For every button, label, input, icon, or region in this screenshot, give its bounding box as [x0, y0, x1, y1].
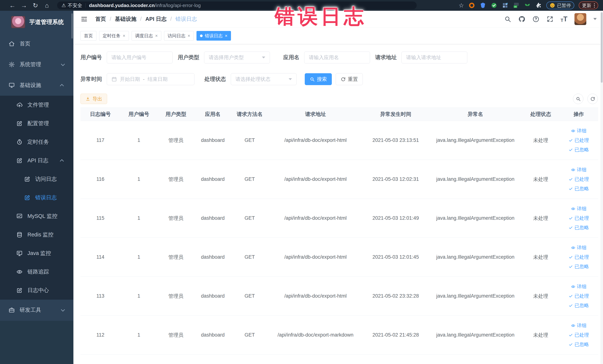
request-url-input[interactable]: 请输入请求地址: [402, 52, 467, 63]
mark-processed-link[interactable]: 已处理: [568, 293, 589, 299]
close-icon[interactable]: ×: [155, 33, 158, 38]
user-avatar[interactable]: [574, 13, 586, 25]
extension-orange-ring-icon[interactable]: [468, 2, 475, 9]
sidebar-item-file-manage[interactable]: 文件管理: [0, 96, 73, 114]
extension-grid-icon[interactable]: [502, 2, 509, 9]
mark-ignored-link[interactable]: 已忽略: [568, 302, 589, 309]
extension-green-check-icon[interactable]: [491, 2, 497, 9]
mark-processed-link[interactable]: 已处理: [568, 137, 589, 143]
process-status-select[interactable]: 请选择处理状态: [231, 73, 297, 85]
sidebar-item-mysql-monitor[interactable]: MySQL 监控: [0, 207, 73, 225]
cell-log-id: 115: [81, 215, 120, 221]
cell-app-name: dashboard: [195, 332, 231, 338]
detail-link[interactable]: 详细: [571, 205, 587, 212]
extension-sprout-icon[interactable]: [524, 2, 531, 9]
reset-button[interactable]: 重置: [336, 73, 363, 85]
fullscreen-icon[interactable]: [546, 16, 554, 23]
cell-method: GET: [231, 254, 268, 260]
browser-update-button[interactable]: 更新: [579, 1, 598, 9]
home-icon[interactable]: ⌂: [41, 2, 53, 9]
close-icon[interactable]: ×: [225, 33, 227, 38]
mark-ignored-link[interactable]: 已忽略: [568, 186, 589, 192]
sidebar-item-infra[interactable]: 基础设施: [0, 75, 73, 96]
sidebar-item-config-manage[interactable]: 配置管理: [0, 114, 73, 133]
refresh-table-button[interactable]: [587, 94, 598, 104]
detail-link[interactable]: 详细: [571, 322, 587, 329]
user-id-input[interactable]: 请输入用户编号: [107, 52, 173, 63]
mark-ignored-link[interactable]: 已忽略: [568, 224, 589, 231]
sidebar-item-redis-monitor[interactable]: Redis 监控: [0, 225, 73, 244]
user-type-select[interactable]: 请选择用户类型: [204, 52, 270, 63]
tab-error-log[interactable]: 错误日志×: [197, 31, 231, 41]
mark-processed-link[interactable]: 已处理: [568, 176, 589, 182]
cell-actions: 详细 已处理 已忽略: [559, 322, 598, 348]
sidebar-item-dev-tools[interactable]: 研发工具: [0, 300, 73, 320]
search-icon[interactable]: [504, 16, 511, 23]
cell-method: GET: [231, 176, 268, 182]
col-request-url: 请求地址: [268, 111, 363, 118]
sidebar-item-java-monitor[interactable]: Java 监控: [0, 244, 73, 263]
detail-link[interactable]: 详细: [571, 166, 587, 173]
sidebar-item-label: MySQL 监控: [27, 212, 58, 220]
app-logo-image: [11, 16, 25, 28]
extension-on-badge-icon[interactable]: on: [513, 2, 520, 9]
mark-ignored-link[interactable]: 已忽略: [568, 146, 589, 153]
profile-chip[interactable]: 已暂停: [546, 1, 574, 9]
breadcrumb-home[interactable]: 首页: [95, 15, 106, 23]
mark-ignored-link[interactable]: 已忽略: [568, 341, 589, 348]
sidebar-item-error-log[interactable]: 错误日志: [0, 188, 73, 207]
extension-blue-shield-icon[interactable]: [480, 2, 486, 9]
mark-processed-link[interactable]: 已处理: [568, 254, 589, 260]
tab-scheduled-task[interactable]: 定时任务×: [99, 31, 129, 41]
breadcrumb-infra[interactable]: 基础设施: [115, 15, 136, 23]
app-logo-row[interactable]: 芋道管理系统: [0, 11, 73, 33]
exception-time-range-picker[interactable]: 开始日期 - 结束日期: [107, 73, 195, 85]
error-log-table: 日志编号 用户编号 用户类型 应用名 请求方法名 请求地址 异常发生时间 异常名…: [81, 107, 598, 354]
tab-schedule-log[interactable]: 调度日志×: [132, 31, 161, 41]
sidebar-item-access-log[interactable]: 访问日志: [0, 170, 73, 188]
sidebar-item-api-log[interactable]: API 日志: [0, 151, 73, 170]
export-button[interactable]: 导出: [81, 94, 107, 104]
back-icon[interactable]: ←: [7, 2, 18, 9]
col-process-status: 处理状态: [522, 111, 559, 118]
mark-processed-link[interactable]: 已处理: [568, 215, 589, 221]
app-name-input[interactable]: 请输入应用名: [304, 52, 370, 63]
breadcrumb-separator: /: [170, 16, 172, 22]
page-scrollbar[interactable]: [600, 11, 603, 364]
extensions-puzzle-icon[interactable]: [535, 2, 542, 9]
mark-processed-link[interactable]: 已处理: [568, 332, 589, 338]
font-size-icon[interactable]: TT: [561, 15, 568, 23]
forward-icon[interactable]: →: [18, 2, 30, 9]
detail-link[interactable]: 详细: [571, 244, 587, 251]
security-label[interactable]: 不安全: [68, 2, 82, 9]
reload-icon[interactable]: ↻: [30, 2, 41, 9]
check-icon: [568, 264, 573, 269]
sidebar-item-tracing[interactable]: 链路追踪: [0, 263, 73, 281]
detail-link[interactable]: 详细: [571, 128, 587, 134]
tab-access-log[interactable]: 访问日志×: [164, 31, 194, 41]
breadcrumb-api-log[interactable]: API 日志: [145, 15, 166, 23]
kebab-menu-icon[interactable]: [594, 3, 595, 8]
mark-ignored-link[interactable]: 已忽略: [568, 263, 589, 270]
check-icon: [568, 294, 573, 298]
sidebar-item-log-center[interactable]: 日志中心: [0, 281, 73, 300]
table-row: 116 1 管理员 dashboard GET /api/infra/db-do…: [81, 160, 598, 199]
tab-home[interactable]: 首页: [81, 31, 96, 41]
sidebar-item-system[interactable]: 系统管理: [0, 54, 73, 75]
avatar-caret-icon[interactable]: [593, 18, 597, 20]
cell-user-id: 1: [120, 254, 157, 260]
sidebar-item-scheduled-task[interactable]: 定时任务: [0, 133, 73, 151]
bookmark-star-icon[interactable]: ☆: [459, 2, 464, 9]
detail-link[interactable]: 详细: [571, 283, 587, 290]
scrollbar-thumb[interactable]: [601, 12, 603, 83]
hamburger-icon[interactable]: [81, 15, 88, 23]
sidebar-item-home[interactable]: 首页: [0, 33, 73, 54]
help-icon[interactable]: [532, 16, 539, 23]
close-icon[interactable]: ×: [123, 33, 125, 38]
github-icon[interactable]: [518, 16, 525, 23]
sidebar-scrollbar[interactable]: [71, 13, 73, 39]
search-button[interactable]: 搜索: [305, 73, 332, 85]
check-icon: [568, 138, 573, 143]
toggle-search-button[interactable]: [573, 94, 583, 104]
close-icon[interactable]: ×: [188, 33, 190, 38]
